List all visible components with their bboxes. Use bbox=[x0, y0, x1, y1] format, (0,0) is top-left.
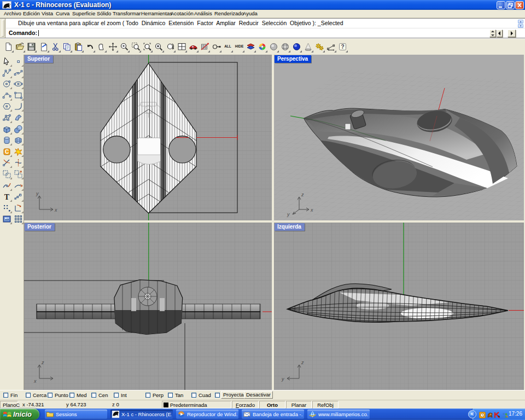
array-points-tool[interactable] bbox=[13, 214, 24, 224]
spheres-tool[interactable] bbox=[13, 124, 24, 135]
fillet-tool[interactable] bbox=[13, 101, 24, 112]
rhino-app-icon[interactable] bbox=[2, 1, 11, 9]
viewport-perspectiva[interactable]: z x y Perspectiva bbox=[274, 55, 524, 220]
mesh-settings-button[interactable] bbox=[199, 40, 211, 53]
copy-button[interactable] bbox=[61, 40, 73, 53]
restore-button[interactable] bbox=[506, 1, 515, 9]
command-area-grip[interactable] bbox=[0, 19, 5, 38]
osnap-checkbox-int[interactable] bbox=[114, 393, 119, 398]
pan-button[interactable] bbox=[96, 40, 107, 53]
ghosted-view-button[interactable] bbox=[279, 40, 291, 53]
zoom-extents-button[interactable] bbox=[153, 40, 165, 53]
command-spinner[interactable] bbox=[489, 30, 496, 37]
osnap-checkbox-fin[interactable] bbox=[3, 393, 8, 398]
taskbar-button-4[interactable]: Bandeja de entrada -... bbox=[242, 410, 304, 419]
hide-button[interactable]: HIDE bbox=[234, 40, 245, 53]
history-scrollbar[interactable]: ▲ ▼ bbox=[518, 20, 523, 27]
osnap-checkbox-cen[interactable] bbox=[91, 393, 96, 398]
ungroup-tool[interactable] bbox=[13, 169, 24, 179]
tray-chevron-icon[interactable]: < bbox=[468, 410, 476, 418]
osnap-checkbox-perp[interactable] bbox=[145, 393, 150, 398]
polygon-tool[interactable] bbox=[2, 101, 12, 112]
save-button[interactable] bbox=[26, 40, 37, 53]
viewport-label-posterior[interactable]: Posterior bbox=[25, 223, 55, 231]
paste-button[interactable] bbox=[73, 40, 84, 53]
group-tool[interactable] bbox=[2, 169, 12, 179]
arc-3pt-tool[interactable] bbox=[2, 90, 12, 101]
select-all-button[interactable]: ALL bbox=[222, 40, 234, 53]
undo-button[interactable] bbox=[84, 40, 96, 53]
ellipse-tool[interactable] bbox=[13, 79, 24, 89]
scroll-down-icon[interactable]: ▼ bbox=[518, 24, 523, 28]
trim-tool[interactable] bbox=[2, 158, 12, 168]
viewport-posterior[interactable]: z x Posterior bbox=[24, 223, 272, 390]
zoom-previous-button[interactable] bbox=[165, 40, 176, 53]
viewport-label-superior[interactable]: Superior bbox=[25, 55, 53, 63]
text-tool[interactable]: T bbox=[2, 191, 12, 202]
command-history[interactable]: Dibuje una ventana para aplicar el zoom … bbox=[6, 19, 525, 28]
extend-curve-tool[interactable] bbox=[13, 180, 24, 191]
render-car-button[interactable] bbox=[188, 40, 199, 53]
xray-view-button[interactable] bbox=[302, 40, 314, 53]
status-pane-forzado[interactable]: Forzado bbox=[232, 401, 259, 409]
rectangle-tool[interactable] bbox=[13, 90, 24, 101]
tray-clock[interactable]: 17:26 bbox=[509, 411, 522, 417]
osnap-checkbox-med[interactable] bbox=[69, 393, 74, 398]
status-cplane[interactable]: PlanoC bbox=[0, 401, 18, 409]
points-grid-tool[interactable] bbox=[2, 203, 12, 213]
cylinder-tool[interactable] bbox=[2, 135, 12, 145]
menu-ayuda[interactable]: Ayuda bbox=[240, 10, 260, 18]
tray-users-icon[interactable] bbox=[501, 411, 508, 417]
title-bar[interactable]: X-1 c - Rhinoceros (Evaluation) bbox=[0, 0, 525, 10]
command-scroll-right[interactable] bbox=[508, 30, 516, 37]
close-button[interactable] bbox=[515, 1, 524, 9]
taskbar-button-5[interactable]: www.miliamperios.co... bbox=[307, 410, 370, 419]
osnap-checkbox-cuad[interactable] bbox=[191, 393, 196, 398]
zoom-selected-button[interactable] bbox=[142, 40, 153, 53]
zoom-window-button[interactable] bbox=[130, 40, 142, 53]
osnap-persistent-button[interactable] bbox=[211, 40, 222, 53]
osnap-button-desactivar[interactable]: Desactivar bbox=[244, 391, 273, 399]
status-pane-orto[interactable]: Orto bbox=[259, 401, 285, 409]
cut-button[interactable] bbox=[50, 40, 61, 53]
options-gears-button[interactable] bbox=[314, 40, 325, 53]
osnap-checkbox-punto[interactable] bbox=[48, 393, 52, 398]
command-scroll-left[interactable] bbox=[497, 30, 503, 37]
mesh-box-tool[interactable] bbox=[13, 135, 24, 145]
surface-points-tool[interactable] bbox=[2, 113, 12, 123]
zoom-dynamic-button[interactable] bbox=[119, 40, 130, 53]
scale-points-tool[interactable] bbox=[13, 191, 24, 202]
color-wheel-button[interactable] bbox=[256, 40, 268, 53]
surface-patch-tool[interactable] bbox=[13, 113, 24, 123]
status-pane-refobj[interactable]: RefObj bbox=[312, 401, 339, 409]
status-layer[interactable]: Predeterminada bbox=[162, 401, 231, 409]
osnap-checkbox-nodo[interactable] bbox=[215, 393, 220, 398]
viewport-label-izquierda[interactable]: Izquierda bbox=[275, 223, 305, 231]
new-document-button[interactable] bbox=[3, 40, 14, 53]
cage-edit-tool[interactable]: C bbox=[2, 147, 12, 157]
scroll-up-icon[interactable]: ▲ bbox=[518, 20, 523, 24]
print-button[interactable] bbox=[38, 40, 50, 53]
curve-interpolate-tool[interactable] bbox=[13, 68, 24, 78]
split-tool[interactable] bbox=[13, 158, 24, 168]
layers-button[interactable] bbox=[245, 40, 256, 53]
tray-clock-orange-icon[interactable] bbox=[479, 411, 486, 417]
box-tool[interactable] bbox=[2, 124, 12, 135]
rendered-view-button[interactable] bbox=[291, 40, 302, 53]
viewport-layout-button[interactable] bbox=[176, 40, 188, 53]
circle-center-tool[interactable] bbox=[2, 79, 12, 89]
explode-tool[interactable] bbox=[13, 147, 24, 157]
viewport-superior[interactable]: y x Superior bbox=[24, 55, 272, 220]
osnap-checkbox-cerca[interactable] bbox=[26, 393, 31, 398]
join-curve-tool[interactable] bbox=[2, 180, 12, 191]
taskbar-button-2[interactable]: X-1 c - Rhinoceros (E... bbox=[110, 410, 173, 419]
rotate-2d-tool[interactable] bbox=[13, 203, 24, 213]
command-prompt-line[interactable]: Comando: bbox=[6, 28, 525, 38]
viewport-label-perspectiva[interactable]: Perspectiva bbox=[275, 55, 311, 63]
taskbar-button-1[interactable]: Sessions bbox=[45, 410, 107, 419]
tray-app-brown-icon[interactable] bbox=[487, 411, 493, 417]
open-folder-button[interactable] bbox=[14, 40, 26, 53]
viewport-izquierda[interactable]: z y Izquierda bbox=[274, 223, 524, 390]
point-tool[interactable] bbox=[13, 56, 24, 67]
status-pane-planar[interactable]: Planar bbox=[286, 401, 312, 409]
